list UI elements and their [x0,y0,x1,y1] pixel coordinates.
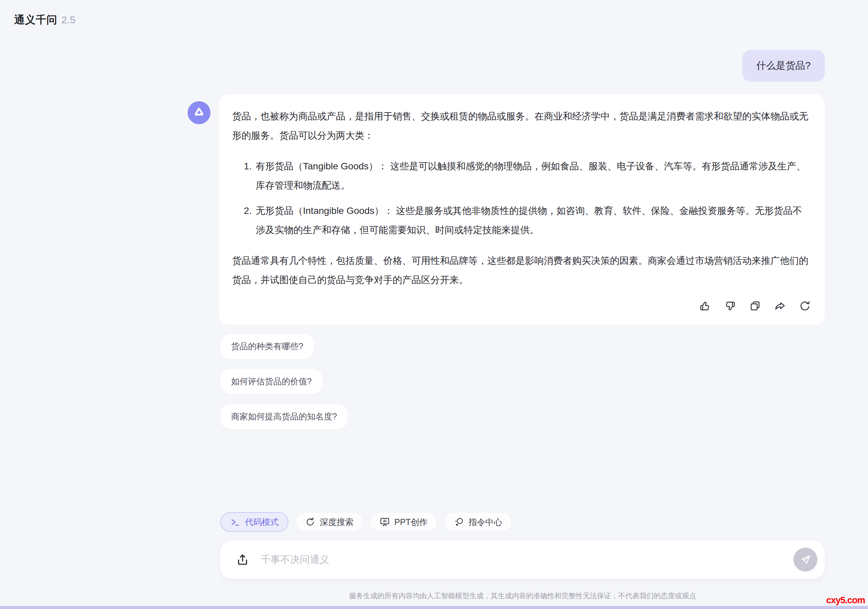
thumbs-up-icon[interactable] [699,300,711,312]
tool-label: 深度搜索 [320,516,353,528]
assistant-answer-card: 货品，也被称为商品或产品，是指用于销售、交换或租赁的物品或服务。在商业和经济学中… [219,95,825,325]
presentation-ai-icon: AI [380,517,390,527]
bottom-accent-bar [0,606,868,609]
suggestion-pill-goods-awareness[interactable]: 商家如何提高货品的知名度? [220,404,348,429]
goods-type-list: 有形货品（Tangible Goods）： 这些是可以触摸和感觉的物理物品，例如… [232,157,811,240]
ppt-create-button[interactable]: AI PPT创作 [370,512,437,532]
command-center-icon [454,517,464,527]
terminal-icon [230,517,240,527]
share-icon[interactable] [774,300,786,312]
app-header: 通义千问 2.5 [14,13,76,27]
deep-search-icon [305,517,315,527]
suggestion-pill-goods-value[interactable]: 如何评估货品的价值? [220,369,322,394]
answer-paragraph-summary: 货品通常具有几个特性，包括质量、价格、可用性和品牌等，这些都是影响消费者购买决策… [232,251,811,290]
model-version: 2.5 [61,14,76,26]
svg-text:AI: AI [383,519,386,523]
composer: 代码模式 深度搜索 AI PPT创作 指令中心 [220,512,825,579]
chat-area: 什么是货品? 货品，也被称为商品或产品，是指用于销售、交换或租赁的物品或服务。在… [188,50,825,429]
suggested-questions: 货品的种类有哪些? 如何评估货品的价值? 商家如何提高货品的知名度? [220,334,825,429]
tool-label: 代码模式 [245,516,279,528]
answer-paragraph-intro: 货品，也被称为商品或产品，是指用于销售、交换或租赁的物品或服务。在商业和经济学中… [232,107,811,145]
user-message-bubble: 什么是货品? [742,50,825,82]
list-item-tangible-goods: 有形货品（Tangible Goods）： 这些是可以触摸和感觉的物理物品，例如… [254,157,811,195]
thumbs-down-icon[interactable] [724,300,736,312]
list-item-intangible-goods: 无形货品（Intangible Goods）： 这些是服务或其他非物质性的提供物… [254,201,811,240]
suggestion-pill-goods-types[interactable]: 货品的种类有哪些? [220,334,314,359]
disclaimer-text: 服务生成的所有内容均由人工智能模型生成，其生成内容的准确性和完整性无法保证，不代… [220,591,825,601]
qwen-logo-icon [192,105,206,120]
deep-search-button[interactable]: 深度搜索 [296,512,363,532]
command-center-button[interactable]: 指令中心 [444,512,512,532]
answer-action-bar [232,298,811,315]
regenerate-icon[interactable] [799,300,811,312]
chat-input[interactable] [261,554,794,565]
tool-buttons-row: 代码模式 深度搜索 AI PPT创作 指令中心 [220,512,825,532]
assistant-message-row: 货品，也被称为商品或产品，是指用于销售、交换或租赁的物品或服务。在商业和经济学中… [188,95,825,325]
watermark: cxy5.com [826,595,865,606]
message-input-box [220,541,825,579]
brand-title: 通义千问 [14,13,57,27]
copy-icon[interactable] [749,300,761,312]
upload-icon[interactable] [236,553,249,567]
assistant-avatar [188,101,211,124]
tool-label: 指令中心 [468,516,502,528]
tool-label: PPT创作 [394,516,428,528]
code-mode-button[interactable]: 代码模式 [220,512,288,532]
send-button[interactable] [794,548,817,572]
paper-plane-icon [800,554,811,566]
user-message-row: 什么是货品? [188,50,825,82]
